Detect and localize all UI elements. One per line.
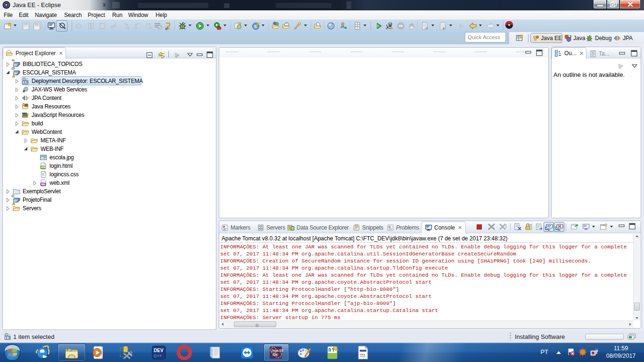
svg-text:DEV: DEV [154,348,164,353]
svg-text:S: S [254,24,257,29]
svg-text:C++: C++ [154,354,162,358]
svg-text:Java EE: Java EE [271,349,283,352]
svg-text:IDE: IDE [272,353,278,356]
svg-text:M: M [12,58,14,62]
